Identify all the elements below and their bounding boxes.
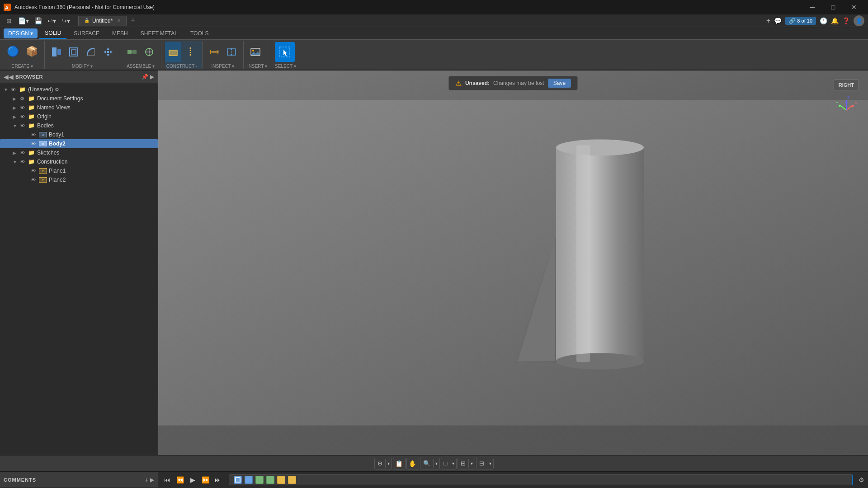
modify-shell-btn[interactable] [66, 42, 82, 62]
view-chevron[interactable]: ▾ [487, 460, 493, 467]
display-chevron[interactable]: ▾ [450, 460, 456, 467]
ribbon-tab-bar: DESIGN ▾ SOLID SURFACE MESH SHEET METAL … [0, 27, 868, 40]
tree-root[interactable]: ▼ 👁 📁 (Unsaved) ⚙ [0, 85, 158, 94]
play-btn[interactable]: ▶ [187, 474, 198, 485]
view-cube-label[interactable]: RIGHT [834, 80, 859, 90]
root-vis-icon[interactable]: 👁 [11, 87, 18, 92]
clock-btn[interactable]: 🕐 [820, 17, 827, 24]
timeline-item-2[interactable] [245, 476, 253, 484]
notif-btn[interactable]: 🔔 [831, 17, 839, 24]
construction-vis-icon[interactable]: 👁 [20, 159, 27, 164]
assemble-btn1[interactable] [124, 42, 140, 62]
minimize-btn[interactable]: ─ [802, 0, 823, 14]
play-to-start-btn[interactable]: ⏮ [162, 474, 173, 485]
modify-push-btn[interactable] [48, 42, 65, 62]
inspect-measure-btn[interactable] [206, 42, 222, 62]
construct-axis-btn[interactable] [182, 42, 198, 62]
timeline-item-5[interactable] [277, 476, 285, 484]
new-tab-btn[interactable]: + [127, 15, 138, 26]
display-mode-btn[interactable]: □ [441, 459, 451, 468]
tree-construction[interactable]: ▼ 👁 📁 Construction [0, 157, 158, 166]
svg-rect-35 [158, 100, 868, 426]
modify-fillet-btn[interactable] [83, 42, 99, 62]
app-menu-btn[interactable]: ⊞ [4, 16, 14, 25]
share-btn[interactable]: 🔗8 of 10 [785, 17, 816, 25]
design-dropdown[interactable]: DESIGN ▾ [4, 28, 38, 38]
assemble-btn2[interactable] [141, 42, 157, 62]
play-next-btn[interactable]: ⏩ [200, 474, 211, 485]
construct-plane-btn[interactable] [165, 42, 181, 62]
redo-btn[interactable]: ↪▾ [60, 16, 72, 25]
zoom-btn[interactable]: 🔍 [420, 459, 434, 468]
viewport[interactable]: ⚠ Unsaved: Changes may be lost Save [158, 70, 868, 455]
root-gear-icon[interactable]: ⚙ [55, 87, 59, 93]
tree-origin[interactable]: ▶ 👁 📁 Origin [0, 112, 158, 121]
maximize-btn[interactable]: □ [823, 0, 844, 14]
tree-body2[interactable]: 👁 B Body2 [0, 139, 158, 148]
comments-expand-icon[interactable]: ▶ [150, 477, 154, 483]
view-cube[interactable]: RIGHT X Y Z [834, 80, 859, 115]
modify-move-btn[interactable] [100, 42, 116, 62]
inspect-section-btn[interactable] [223, 42, 240, 62]
insert-image-btn[interactable] [247, 42, 264, 62]
body2-vis-icon[interactable]: 👁 [31, 141, 38, 146]
sketches-vis-icon[interactable]: 👁 [20, 150, 27, 155]
browser-pin-icon[interactable]: 📌 [142, 74, 148, 80]
ribbon-tab-surface[interactable]: SURFACE [68, 28, 105, 38]
tab-close-icon[interactable]: ✕ [117, 18, 121, 23]
tree-named-views[interactable]: ▶ 👁 📁 Named Views [0, 103, 158, 112]
timeline-settings-btn[interactable]: ⚙ [859, 476, 864, 483]
ribbon-tab-solid[interactable]: SOLID [39, 28, 66, 39]
bodies-vis-icon[interactable]: 👁 [20, 123, 27, 128]
help-btn[interactable]: ❓ [842, 17, 850, 24]
pan-btn[interactable]: ✋ [406, 458, 419, 469]
orbit-dropdown[interactable]: ⊕ ▾ [374, 458, 392, 469]
fit-btn[interactable]: 📋 [393, 458, 406, 469]
zoom-chevron[interactable]: ▾ [434, 460, 439, 467]
add-btn[interactable]: + [766, 17, 770, 25]
plane1-vis-icon[interactable]: 👁 [31, 168, 38, 174]
play-to-end-btn[interactable]: ⏭ [212, 474, 223, 485]
timeline-item-3[interactable] [255, 476, 264, 484]
tree-plane2[interactable]: 👁 P Plane2 [0, 175, 158, 184]
browser-collapse-icon[interactable]: ◀◀ [4, 73, 14, 80]
tree-doc-settings[interactable]: ▶ ⚙ 📁 Document Settings [0, 94, 158, 103]
named-views-vis-icon[interactable]: 👁 [20, 105, 27, 110]
create-sphere-btn[interactable]: 🔵 [4, 42, 22, 62]
view-btn[interactable]: ⊟ [476, 459, 487, 468]
orbit-btn[interactable]: ⊕ [375, 459, 386, 468]
timeline-item-6[interactable] [288, 476, 296, 484]
tree-sketches[interactable]: ▶ 👁 📁 Sketches [0, 148, 158, 157]
construct-label: CONSTRUCT - [165, 63, 198, 69]
orbit-chevron[interactable]: ▾ [386, 460, 392, 467]
tree-plane1[interactable]: 👁 P Plane1 [0, 166, 158, 175]
grid-chevron[interactable]: ▾ [469, 460, 475, 467]
tree-body1[interactable]: 👁 B Body1 [0, 130, 158, 139]
chat-btn[interactable]: 💬 [774, 17, 782, 24]
document-tab[interactable]: 🔒 Untitled* ✕ [78, 16, 127, 26]
timeline-area[interactable] [229, 474, 853, 485]
undo-btn[interactable]: ↩▾ [46, 16, 58, 25]
browser-header: ◀◀ BROWSER 📌 ▶ [0, 70, 158, 83]
play-prev-btn[interactable]: ⏪ [175, 474, 185, 485]
browser-expand-icon[interactable]: ▶ [150, 74, 154, 80]
comments-add-icon[interactable]: + [145, 476, 148, 483]
ribbon-tab-tools[interactable]: TOOLS [185, 28, 214, 38]
origin-vis-icon[interactable]: 👁 [20, 114, 27, 119]
timeline-item-1[interactable] [234, 476, 242, 484]
select-btn[interactable] [275, 42, 295, 62]
ribbon-tab-mesh[interactable]: MESH [107, 28, 133, 38]
save-banner-btn[interactable]: Save [548, 79, 571, 88]
new-btn[interactable]: 📄▾ [16, 16, 31, 25]
user-avatar[interactable]: 👤 [854, 15, 864, 26]
grid-btn[interactable]: ⊞ [458, 459, 469, 468]
timeline-item-4[interactable] [266, 476, 274, 484]
ribbon-tab-sheet-metal[interactable]: SHEET METAL [135, 28, 183, 38]
tree-bodies[interactable]: ▼ 👁 📁 Bodies [0, 121, 158, 130]
design-label: DESIGN ▾ [8, 30, 33, 37]
create-box-btn[interactable]: 📦 [23, 42, 41, 62]
close-btn[interactable]: ✕ [844, 0, 864, 14]
plane2-vis-icon[interactable]: 👁 [31, 177, 38, 183]
save-quick-btn[interactable]: 💾 [33, 16, 44, 25]
body1-vis-icon[interactable]: 👁 [31, 132, 38, 137]
